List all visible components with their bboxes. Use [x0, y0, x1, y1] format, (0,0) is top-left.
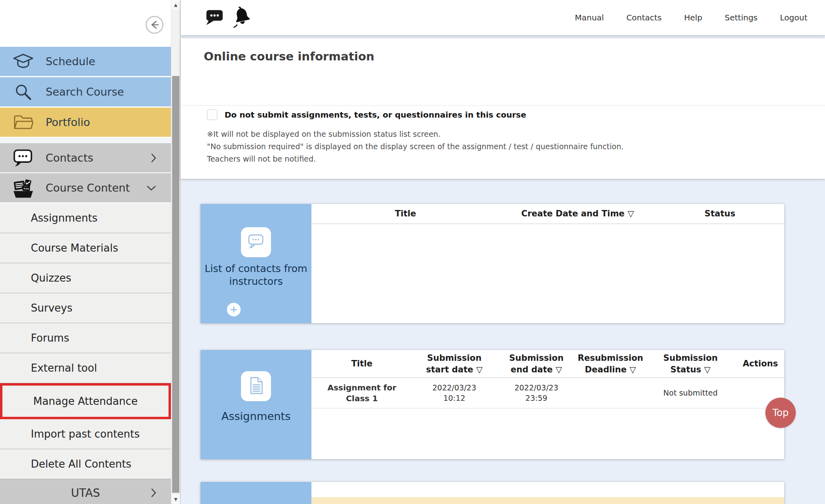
column-header-title: Title: [311, 204, 500, 224]
sort-icon: ▽: [476, 365, 483, 374]
nav-link-settings[interactable]: Settings: [725, 13, 757, 22]
notes-block: ※It will not be displayed on the submiss…: [207, 128, 624, 165]
sidebar-item-utas[interactable]: UTAS: [0, 479, 171, 504]
chevron-right-icon: [151, 487, 157, 501]
note-line: ※It will not be displayed on the submiss…: [207, 128, 624, 140]
contacts-panel-label: List of contacts from instructors: [201, 262, 311, 288]
contacts-panel: List of contacts from instructors: [201, 204, 311, 323]
column-label: Actions: [743, 358, 778, 369]
sidebar-subitem-label: Assignments: [31, 212, 98, 224]
speech-bubble-tile: [241, 227, 271, 257]
cell-submission-end: 2022/03/23 23:59: [496, 378, 576, 408]
scroll-up-button[interactable]: ▲: [171, 0, 180, 10]
column-label: Submission end date ▽: [500, 352, 572, 375]
bell-icon[interactable]: [229, 3, 254, 31]
chat-icon[interactable]: [205, 8, 224, 28]
nav-link-logout[interactable]: Logout: [780, 13, 807, 22]
cell-resubmission-deadline: [576, 378, 644, 408]
column-label: Submission start date ▽: [416, 352, 492, 375]
document-icon: [248, 376, 264, 397]
sidebar-item-surveys[interactable]: Surveys: [0, 293, 171, 323]
partial-card: [201, 482, 784, 504]
sidebar-item-forums[interactable]: Forums: [0, 323, 171, 353]
nav-link-contacts[interactable]: Contacts: [626, 13, 662, 22]
highlighted-row: [311, 497, 784, 504]
note-line: Teachers will not be notified.: [207, 153, 624, 165]
graduation-cap-icon: [10, 52, 36, 71]
assignments-panel-label: Assignments: [201, 410, 311, 424]
sort-icon: ▽: [556, 365, 562, 374]
cell-title: Assignment for Class 1: [311, 378, 412, 408]
sidebar-item-label: Portfolio: [46, 116, 90, 128]
sidebar-item-quizzes[interactable]: Quizzes: [0, 263, 171, 293]
course-box-icon: [10, 177, 36, 199]
top-bar: Manual Contacts Help Settings Logout: [181, 0, 825, 35]
column-header-resubmission-deadline[interactable]: Resubmission Deadline ▽: [576, 350, 644, 378]
column-header-submission-end[interactable]: Submission end date ▽: [496, 350, 576, 378]
sidebar-item-label: Schedule: [46, 55, 95, 68]
cell-submission-start: 2022/03/23 10:12: [412, 378, 496, 408]
sidebar-item-assignments[interactable]: Assignments: [0, 203, 171, 233]
no-submission-checkbox[interactable]: [207, 110, 217, 120]
sidebar-item-manage-attendance[interactable]: Manage Attendance: [0, 383, 171, 419]
page-title: Online course information: [204, 50, 374, 63]
assignments-card: Assignments Title Submission start date …: [201, 350, 784, 459]
scrollbar-thumb[interactable]: [172, 76, 179, 493]
sidebar-item-course-content[interactable]: Course Content: [0, 173, 171, 202]
no-submission-row: Do not submit assignments, tests, or que…: [207, 110, 526, 120]
sort-icon: ▽: [704, 365, 711, 374]
sort-icon[interactable]: ▽: [628, 208, 634, 219]
add-contact-button[interactable]: [226, 302, 241, 317]
sidebar-item-schedule[interactable]: Schedule: [0, 47, 171, 76]
top-nav: Manual Contacts Help Settings Logout: [575, 0, 807, 35]
partial-card-panel: [201, 482, 311, 504]
sidebar-header: [0, 0, 171, 47]
arrow-left-circle-icon: [145, 28, 164, 36]
sidebar-item-label: Course Content: [46, 182, 130, 194]
sidebar-subitem-label: Delete All Contents: [31, 458, 131, 470]
chevron-right-icon: [151, 152, 157, 164]
sidebar-item-search-course[interactable]: Search Course: [0, 77, 171, 106]
sidebar-item-portfolio[interactable]: Portfolio: [0, 108, 171, 137]
nav-link-help[interactable]: Help: [684, 13, 703, 22]
magnifier-icon: [10, 82, 36, 102]
nav-link-manual[interactable]: Manual: [575, 13, 604, 22]
sidebar-subitem-label: Course Materials: [31, 242, 118, 254]
sidebar-menu: Schedule Search Course: [0, 0, 171, 504]
column-label: Create Date and Time: [521, 208, 624, 219]
table-row[interactable]: Assignment for Class 1 2022/03/23 10:12 …: [311, 378, 784, 408]
column-label: Submission Status ▽: [648, 352, 733, 375]
sidebar-spacer: [0, 138, 171, 143]
sidebar-subitem-label: External tool: [31, 362, 97, 374]
back-to-top-button[interactable]: Top: [765, 398, 796, 428]
sidebar: Schedule Search Course: [0, 0, 181, 504]
sidebar-item-course-materials[interactable]: Course Materials: [0, 233, 171, 263]
document-tile: [241, 371, 271, 401]
sidebar-subitem-label: Forums: [31, 332, 69, 344]
assignments-table-header: Title Submission start date ▽ Submission…: [311, 350, 784, 378]
assignments-table: Title Submission start date ▽ Submission…: [311, 350, 784, 459]
sidebar-subitem-label: Surveys: [31, 302, 72, 314]
collapse-sidebar-button[interactable]: [145, 16, 164, 34]
note-line: "No submission required" is displayed on…: [207, 140, 624, 153]
app-window: Schedule Search Course: [0, 0, 825, 504]
column-header-actions: Actions: [737, 350, 784, 378]
contacts-card: List of contacts from instructors Title …: [201, 204, 784, 323]
contacts-table-header: Title Create Date and Time ▽ Status: [311, 204, 784, 224]
sidebar-item-import-past-contents[interactable]: Import past contents: [0, 419, 171, 449]
sidebar-item-external-tool[interactable]: External tool: [0, 353, 171, 383]
cell-submission-status: Not submitted: [644, 378, 737, 408]
speech-bubble-icon: [247, 233, 265, 252]
folder-icon: [10, 114, 36, 131]
sidebar-item-delete-all-contents[interactable]: Delete All Contents: [0, 449, 171, 479]
sidebar-subitem-label: Import past contents: [31, 428, 140, 440]
column-header-submission-status[interactable]: Submission Status ▽: [644, 350, 737, 378]
column-header-submission-start[interactable]: Submission start date ▽: [412, 350, 496, 378]
column-label: Resubmission Deadline ▽: [578, 352, 643, 375]
scroll-down-button[interactable]: ▼: [171, 494, 180, 504]
sidebar-item-contacts[interactable]: Contacts: [0, 143, 171, 172]
column-label: Status: [705, 208, 735, 219]
sidebar-scrollbar[interactable]: ▲ ▼: [171, 0, 181, 504]
column-header-create-date[interactable]: Create Date and Time ▽: [500, 204, 656, 224]
sidebar-subitem-label: Manage Attendance: [33, 395, 138, 407]
